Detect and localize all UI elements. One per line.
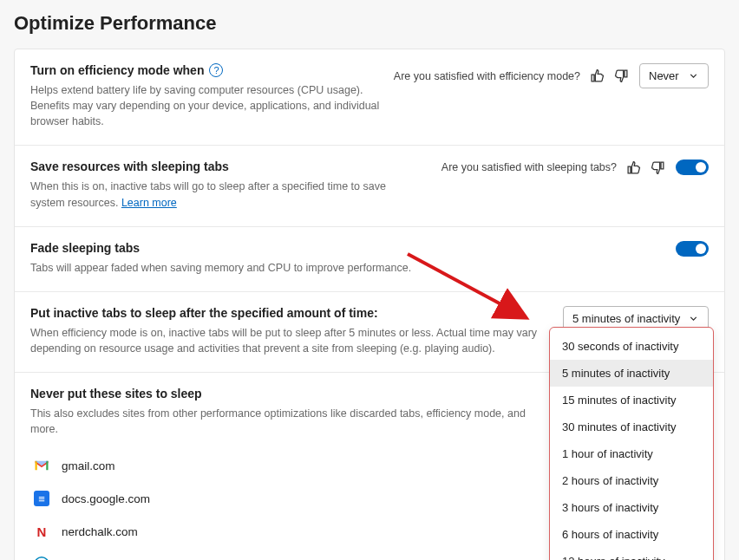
thumbs-down-icon[interactable] (650, 160, 665, 175)
dropdown-option[interactable]: 2 hours of inactivity (550, 467, 713, 494)
fade-title: Fade sleeping tabs (30, 241, 665, 255)
chevron-down-icon (687, 312, 699, 324)
dropdown-option[interactable]: 1 hour of inactivity (550, 440, 713, 467)
site-label: docs.google.com (62, 492, 150, 505)
docs-icon: ≡ (34, 491, 49, 506)
inactive-select-value: 5 minutes of inactivity (572, 312, 680, 325)
section-fade-tabs: Fade sleeping tabs Tabs will appear fade… (15, 227, 724, 292)
section-inactive-sleep: Put inactive tabs to sleep after the spe… (15, 292, 724, 373)
dropdown-option[interactable]: 5 minutes of inactivity (550, 360, 713, 387)
wordpress-icon (34, 557, 49, 560)
page-title: Optimize Performance (14, 12, 725, 35)
dropdown-option[interactable]: 15 minutes of inactivity (550, 387, 713, 413)
efficiency-select-value: Never (649, 69, 679, 82)
thumbs-up-icon[interactable] (589, 68, 605, 84)
thumbs-down-icon[interactable] (613, 68, 629, 84)
never-sleep-desc: This also excludes sites from other perf… (30, 406, 551, 437)
section-sleeping-tabs: Save resources with sleeping tabs When t… (15, 146, 724, 226)
efficiency-desc: Helps extend battery life by saving comp… (30, 82, 383, 129)
sleeping-feedback-question: Are you satisfied with sleeping tabs? (441, 161, 617, 173)
fade-tabs-toggle[interactable] (676, 241, 709, 257)
dropdown-option[interactable]: 12 hours of inactivity (550, 548, 713, 560)
gmail-icon (34, 458, 49, 473)
thumbs-up-icon[interactable] (625, 160, 641, 175)
chevron-down-icon (687, 70, 699, 82)
efficiency-feedback-question: Are you satisfied with efficiency mode? (394, 70, 580, 82)
dropdown-option[interactable]: 3 hours of inactivity (550, 494, 713, 521)
dropdown-option[interactable]: 30 seconds of inactivity (550, 333, 713, 360)
dropdown-option[interactable]: 30 minutes of inactivity (550, 413, 713, 440)
site-label: gmail.com (62, 459, 115, 472)
sleeping-title: Save resources with sleeping tabs (30, 160, 431, 173)
sleeping-tabs-toggle[interactable] (676, 160, 709, 175)
info-icon[interactable]: ? (209, 63, 223, 77)
efficiency-title: Turn on efficiency mode when (30, 63, 204, 77)
fade-desc: Tabs will appear faded when saving memor… (30, 260, 551, 276)
learn-more-link[interactable]: Learn more (121, 197, 177, 209)
site-label: nerdchalk.com (62, 525, 138, 538)
settings-card: Turn on efficiency mode when ? Helps ext… (14, 49, 725, 560)
inactive-title: Put inactive tabs to sleep after the spe… (30, 306, 553, 320)
sleeping-desc: When this is on, inactive tabs will go t… (30, 180, 386, 208)
efficiency-mode-select[interactable]: Never (639, 63, 709, 88)
section-efficiency: Turn on efficiency mode when ? Helps ext… (15, 49, 724, 146)
inactive-timeout-dropdown[interactable]: 30 seconds of inactivity5 minutes of ina… (549, 327, 714, 560)
inactive-desc: When efficiency mode is on, inactive tab… (30, 325, 551, 356)
dropdown-option[interactable]: 6 hours of inactivity (550, 521, 713, 548)
nerdchalk-icon: N (34, 524, 49, 539)
